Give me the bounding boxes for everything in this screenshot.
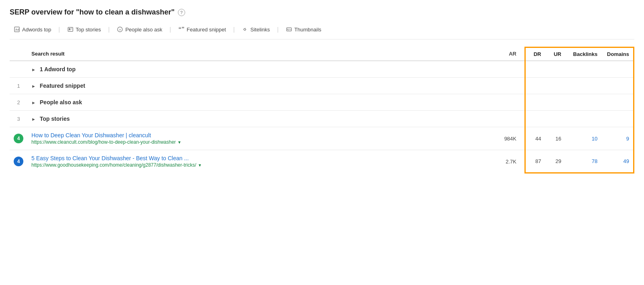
featured-snippet-icon: ❝❞: [178, 26, 185, 33]
dr-cell: 87: [525, 150, 545, 173]
table-row: 3 ► Top stories: [10, 111, 634, 127]
result-cell: ► People also ask: [27, 94, 470, 111]
filter-featured-snippet[interactable]: ❝❞ Featured snippet: [174, 25, 230, 34]
ur-cell: [545, 111, 566, 127]
ur-cell: [545, 61, 566, 78]
rank-cell: 1: [10, 78, 27, 94]
filter-divider-4: |: [233, 26, 235, 33]
dr-cell: [525, 111, 545, 127]
col-header-rank: [10, 48, 27, 61]
result-cell: ► Top stories: [27, 111, 470, 127]
rank-badge: 4: [14, 134, 23, 143]
dr-cell: [525, 78, 545, 94]
result-cell: How to Deep Clean Your Dishwasher | clea…: [27, 127, 470, 150]
filter-sitelinks[interactable]: Sitelinks: [238, 25, 274, 34]
rank-badge: 4: [14, 157, 23, 166]
svg-text:?: ?: [119, 28, 121, 32]
result-url-text: https://www.goodhousekeeping.com/home/cl…: [31, 162, 196, 168]
col-header-ur: UR: [545, 48, 566, 61]
backlinks-cell[interactable]: 78: [566, 150, 602, 173]
dr-cell: 44: [525, 127, 545, 150]
dr-cell: [525, 61, 545, 78]
expand-arrow[interactable]: ►: [31, 84, 36, 89]
filter-divider-1: |: [58, 26, 60, 33]
page-title: SERP overview for "how to clean a dishwa…: [10, 8, 634, 17]
col-header-dr: DR: [525, 48, 545, 61]
svg-rect-3: [69, 28, 70, 30]
svg-text:Ad: Ad: [15, 28, 19, 31]
svg-point-10: [287, 29, 289, 30]
filter-top-stories-label: Top stories: [76, 27, 101, 33]
title-text: SERP overview for "how to clean a dishwa…: [10, 8, 175, 17]
group-label: 1 Adword top: [40, 66, 76, 72]
serp-table: Search result AR DR UR Backlinks Domains…: [10, 47, 634, 173]
table-row: 4 How to Deep Clean Your Dishwasher | cl…: [10, 127, 634, 150]
help-icon[interactable]: ?: [178, 9, 185, 16]
dr-cell: [525, 94, 545, 111]
filter-adwords-label: Adwords top: [22, 27, 51, 33]
backlinks-cell: [566, 61, 602, 78]
filter-adwords-top[interactable]: Ad Adwords top: [10, 25, 55, 34]
group-label: People also ask: [40, 99, 82, 105]
expand-arrow[interactable]: ►: [31, 117, 36, 122]
result-cell: ► Featured snippet: [27, 78, 470, 94]
backlinks-cell[interactable]: 10: [566, 127, 602, 150]
rank-cell: 3: [10, 111, 27, 127]
rank-cell: 4: [10, 150, 27, 173]
domains-cell[interactable]: 9: [602, 127, 634, 150]
filter-sitelinks-label: Sitelinks: [250, 27, 270, 33]
table-row: 4 5 Easy Steps to Clean Your Dishwasher …: [10, 150, 634, 173]
table-row: ► 1 Adword top: [10, 61, 634, 78]
filter-people-also-ask-label: People also ask: [125, 27, 162, 33]
rank-cell: [10, 61, 27, 78]
rank-cell: 2: [10, 94, 27, 111]
ur-cell: 29: [545, 150, 566, 173]
domains-cell: [602, 78, 634, 94]
top-stories-icon: [67, 26, 74, 33]
col-header-result: Search result: [27, 48, 470, 61]
filter-featured-snippet-label: Featured snippet: [187, 27, 226, 33]
expand-arrow[interactable]: ►: [31, 100, 36, 105]
url-dropdown-icon[interactable]: ▼: [198, 163, 202, 167]
domains-cell: [602, 61, 634, 78]
domains-cell: [602, 111, 634, 127]
result-title-link[interactable]: 5 Easy Steps to Clean Your Dishwasher - …: [31, 155, 466, 161]
filter-thumbnails[interactable]: Thumbnails: [282, 25, 325, 34]
col-header-ar: AR: [470, 48, 525, 61]
ar-cell: [470, 94, 525, 111]
sitelinks-icon: [242, 26, 248, 33]
ar-cell: 984K: [470, 127, 525, 150]
group-label: Featured snippet: [40, 83, 85, 89]
domains-cell: [602, 94, 634, 111]
filter-people-also-ask[interactable]: ? People also ask: [113, 25, 166, 34]
people-also-ask-icon: ?: [117, 26, 123, 33]
col-header-domains: Domains: [602, 48, 634, 61]
result-cell: 5 Easy Steps to Clean Your Dishwasher - …: [27, 150, 470, 173]
ur-cell: 16: [545, 127, 566, 150]
result-title-link[interactable]: How to Deep Clean Your Dishwasher | clea…: [31, 132, 466, 138]
group-label: Top stories: [40, 116, 70, 122]
expand-arrow[interactable]: ►: [31, 67, 36, 72]
serp-filters: Ad Adwords top | Top stories | ? People …: [10, 25, 634, 39]
filter-divider-2: |: [108, 26, 110, 33]
adwords-icon: Ad: [14, 26, 20, 33]
result-url-text: https://www.cleancult.com/blog/how-to-de…: [31, 139, 176, 145]
ar-cell: 2.7K: [470, 150, 525, 173]
filter-thumbnails-label: Thumbnails: [294, 27, 321, 33]
domains-cell[interactable]: 49: [602, 150, 634, 173]
ar-cell: [470, 61, 525, 78]
table-row: 1 ► Featured snippet: [10, 78, 634, 94]
thumbnails-icon: [286, 26, 292, 33]
url-dropdown-icon[interactable]: ▼: [178, 140, 182, 145]
backlinks-cell: [566, 94, 602, 111]
filter-divider-5: |: [277, 26, 279, 33]
backlinks-cell: [566, 78, 602, 94]
table-row: 2 ► People also ask: [10, 94, 634, 111]
ur-cell: [545, 78, 566, 94]
filter-top-stories[interactable]: Top stories: [63, 25, 105, 34]
result-cell: ► 1 Adword top: [27, 61, 470, 78]
backlinks-cell: [566, 111, 602, 127]
svg-text:❝❞: ❝❞: [178, 27, 185, 32]
col-header-backlinks: Backlinks: [566, 48, 602, 61]
filter-divider-3: |: [169, 26, 171, 33]
